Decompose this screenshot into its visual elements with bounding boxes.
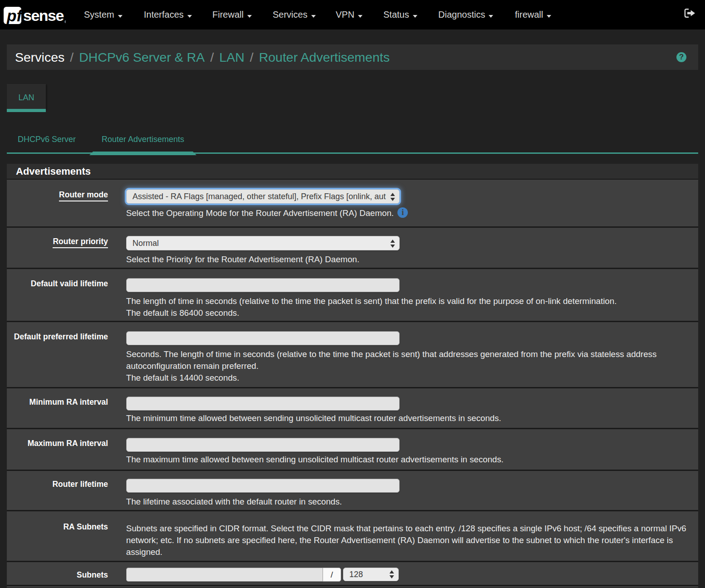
svg-text:®: ® <box>64 20 66 24</box>
svg-text:pf: pf <box>6 7 23 24</box>
svg-text:sense: sense <box>23 7 64 24</box>
